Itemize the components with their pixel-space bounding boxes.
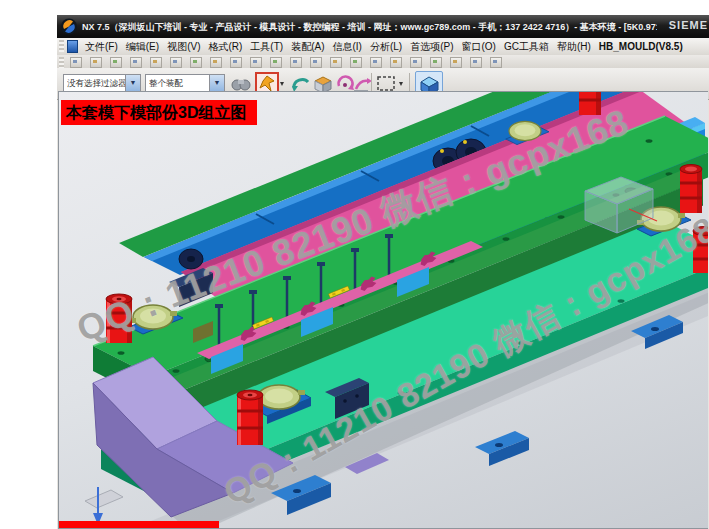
menu-gc-toolbox[interactable]: GC工具箱 <box>500 38 553 55</box>
title-bar: NX 7.5（深圳坂山下培训 - 专业 - 产品设计 - 模具设计 - 数控编程… <box>57 15 709 38</box>
toolbar-icon[interactable] <box>390 57 402 68</box>
menu-help[interactable]: 帮助(H) <box>553 38 595 55</box>
graphics-viewport[interactable]: 本套模下模部份3D组立图 QQ：11210 82190 微信：gcpx168 Q… <box>58 91 708 529</box>
toolbar-icon[interactable] <box>210 57 222 68</box>
toolbar-icon[interactable] <box>150 57 162 68</box>
menu-file[interactable]: 文件(F) <box>81 38 122 55</box>
nx-swirl-logo-icon <box>60 18 78 35</box>
window-title: NX 7.5（深圳坂山下培训 - 专业 - 产品设计 - 模具设计 - 数控编程… <box>82 15 657 38</box>
selection-filter-value: 没有选择过滤器 <box>67 75 125 92</box>
nx-application-window: NX 7.5（深圳坂山下培训 - 专业 - 产品设计 - 模具设计 - 数控编程… <box>57 15 709 529</box>
part-icon <box>67 40 78 53</box>
wcs-axis-marker[interactable] <box>85 487 123 525</box>
toolbar-icon[interactable] <box>90 57 102 68</box>
annotation-banner: 本套模下模部份3D组立图 <box>61 100 257 125</box>
toolbar-icon[interactable] <box>370 57 382 68</box>
bottom-red-bar <box>59 521 219 528</box>
toolbar-icon[interactable] <box>110 57 122 68</box>
toolbar-icon[interactable] <box>490 57 502 68</box>
menu-analysis[interactable]: 分析(L) <box>366 38 406 55</box>
menu-tools[interactable]: 工具(T) <box>246 38 287 55</box>
chevron-down-icon[interactable]: ▼ <box>125 75 140 92</box>
toolbar-icon[interactable] <box>250 57 262 68</box>
menu-edit[interactable]: 编辑(E) <box>122 38 163 55</box>
toolbar-icon[interactable] <box>130 57 142 68</box>
menu-window[interactable]: 窗口(O) <box>458 38 500 55</box>
menu-view[interactable]: 视图(V) <box>163 38 204 55</box>
menu-hb-mould[interactable]: HB_MOULD(V8.5) <box>595 38 687 55</box>
menu-format[interactable]: 格式(R) <box>204 38 246 55</box>
toolbar-icon[interactable] <box>70 57 82 68</box>
menu-bar: 文件(F)编辑(E)视图(V)格式(R)工具(T)装配(A)信息(I)分析(L)… <box>57 38 709 56</box>
toolbar-icon[interactable] <box>430 57 442 68</box>
screenshot-root: NX 7.5（深圳坂山下培训 - 专业 - 产品设计 - 模具设计 - 数控编程… <box>0 0 709 529</box>
toolbar-icon[interactable] <box>330 57 342 68</box>
chevron-down-icon[interactable]: ▼ <box>209 75 224 92</box>
menu-assemblies[interactable]: 装配(A) <box>287 38 328 55</box>
toolbar-icon[interactable] <box>290 57 302 68</box>
toolbar-icon[interactable] <box>350 57 362 68</box>
toolbar-icon[interactable] <box>470 57 482 68</box>
toolbar-icon[interactable] <box>410 57 422 68</box>
selection-scope-value: 整个装配 <box>149 75 209 92</box>
toolbar-icon[interactable] <box>270 57 282 68</box>
menu-information[interactable]: 信息(I) <box>328 38 365 55</box>
standard-toolbar <box>57 55 709 69</box>
toolbar-icon[interactable] <box>170 57 182 68</box>
menu-preferences[interactable]: 首选项(P) <box>406 38 457 55</box>
toolbar-grip[interactable] <box>59 40 64 52</box>
toolbar-icon[interactable] <box>230 57 242 68</box>
toolbar-icon[interactable] <box>450 57 462 68</box>
toolbar-icon[interactable] <box>310 57 322 68</box>
toolbar-icon[interactable] <box>190 57 202 68</box>
siemens-brand-text: SIEME <box>669 19 708 31</box>
